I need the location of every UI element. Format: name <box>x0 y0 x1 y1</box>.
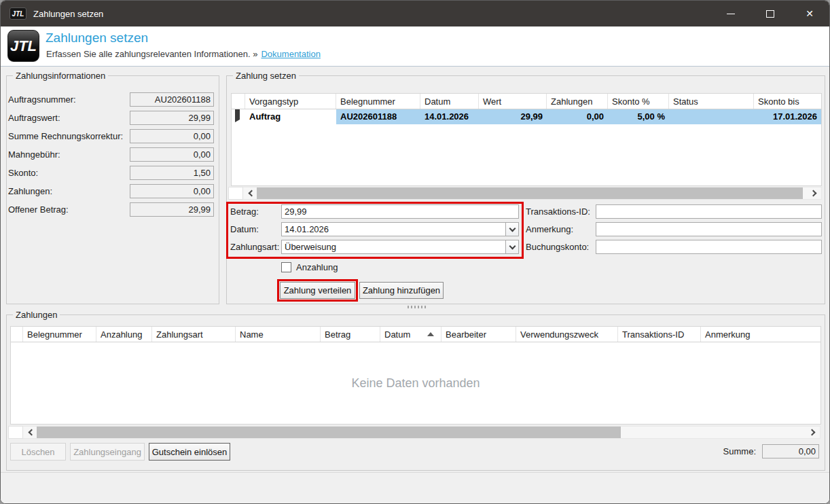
header-verwendungszweck[interactable]: Verwendungszweck <box>516 327 618 342</box>
header-zahlungsart[interactable]: Zahlungsart <box>152 327 236 342</box>
scrollbar-thumb[interactable] <box>257 187 803 199</box>
offener-betrag-field <box>130 202 214 217</box>
header-zahlungen[interactable]: Zahlungen <box>547 94 608 109</box>
header-belegnummer[interactable]: Belegnummer <box>23 327 96 342</box>
scrollbar-thumb[interactable] <box>37 427 621 438</box>
payment-info-group-label: Zahlungsinformationen <box>13 71 108 81</box>
payment-info-rows: Auftragsnummer: Auftragswert: Summe Rech… <box>7 76 219 217</box>
order-row-selected[interactable]: Auftrag AU202601188 14.01.2026 29,99 0,0… <box>232 109 821 124</box>
scrollbar-corner <box>8 426 23 439</box>
header-wert[interactable]: Wert <box>479 94 547 109</box>
header-betrag[interactable]: Betrag <box>321 327 380 342</box>
datum-combobox-value: 14.01.2026 <box>282 224 505 234</box>
scrollbar-track[interactable] <box>243 187 822 200</box>
header-datum[interactable]: Datum <box>420 94 479 109</box>
payments-group-label: Zahlungen <box>13 310 60 320</box>
field-label: Mahngebühr: <box>8 149 60 160</box>
anzahlung-checkbox-label: Anzahlung <box>296 262 338 272</box>
scroll-left-button[interactable] <box>23 427 37 438</box>
close-button[interactable]: ✕ <box>790 1 829 26</box>
zahlungsart-label: Zahlungsart: <box>230 242 281 252</box>
payment-info-group: Zahlungsinformationen Auftragsnummer: Au… <box>6 75 219 304</box>
sort-asc-icon <box>427 332 434 336</box>
zahlung-verteilen-button[interactable]: Zahlung verteilen <box>280 282 355 299</box>
auftragswert-field <box>130 111 214 125</box>
summe-label: Summe: <box>723 446 756 456</box>
chevron-down-icon <box>509 225 516 232</box>
anmerkung-label: Anmerkung: <box>526 224 596 234</box>
datum-combobox[interactable]: 14.01.2026 <box>281 222 519 236</box>
header-anzahlung[interactable]: Anzahlung <box>96 327 152 342</box>
header-transaktions-id[interactable]: Transaktions-ID <box>618 327 701 342</box>
header-anmerkung[interactable]: Anmerkung <box>701 327 820 342</box>
info-row-mahngebuehr: Mahngebühr: <box>8 147 214 162</box>
info-row-rechnungskorrektur: Summe Rechnungskorrektur: <box>8 129 214 143</box>
info-row-offener-betrag: Offener Betrag: <box>8 202 214 217</box>
set-payment-group-label: Zahlung setzen <box>233 71 299 81</box>
header-skonto-bis[interactable]: Skonto bis <box>754 94 821 109</box>
row-indicator-icon <box>235 109 240 122</box>
orders-table: Vorgangstyp Belegnummer Datum Wert Zahlu… <box>231 93 822 186</box>
cell-skonto-bis: 17.01.2026 <box>754 109 821 124</box>
betrag-label: Betrag: <box>230 206 281 217</box>
zahlung-hinzufuegen-button[interactable]: Zahlung hinzufügen <box>359 282 444 299</box>
header-indicator <box>11 327 23 342</box>
scroll-left-icon <box>248 190 255 197</box>
dialog-footer: Zahlungseingang jetzt Per E-Mail bestäti… <box>1 472 829 504</box>
datum-dropdown-button[interactable] <box>505 223 518 236</box>
maximize-button[interactable] <box>751 1 790 26</box>
page-header: JTL Zahlungen setzen Erfassen Sie alle z… <box>1 26 829 67</box>
header-skonto-pct[interactable]: Skonto % <box>608 94 669 109</box>
auftragsnummer-field <box>130 92 214 107</box>
buchungskonto-label: Buchungskonto: <box>526 242 596 252</box>
orders-hscrollbar <box>228 187 822 200</box>
window-title: Zahlungen setzen <box>33 9 103 19</box>
header-bearbeiter[interactable]: Bearbeiter <box>441 327 516 342</box>
anzahlung-checkbox[interactable] <box>281 262 291 272</box>
close-icon: ✕ <box>806 8 814 19</box>
info-row-zahlungen: Zahlungen: <box>8 184 214 198</box>
anmerkung-input[interactable] <box>596 222 822 236</box>
cell-datum: 14.01.2026 <box>420 109 479 124</box>
zahlungsart-dropdown-button[interactable] <box>505 240 518 253</box>
cell-wert: 29,99 <box>479 109 547 124</box>
header-vorgangstyp[interactable]: Vorgangstyp <box>245 94 336 109</box>
cell-belegnummer: AU202601188 <box>336 109 420 124</box>
transaktions-id-input[interactable] <box>596 204 822 219</box>
scrollbar-track[interactable] <box>23 426 820 439</box>
scroll-left-icon <box>28 429 35 436</box>
header-status[interactable]: Status <box>669 94 754 109</box>
field-label: Skonto: <box>8 168 38 178</box>
jtl-app-icon: JTL <box>10 7 26 20</box>
buchungskonto-input[interactable] <box>596 240 822 254</box>
header-name[interactable]: Name <box>236 327 321 342</box>
header-datum-label: Datum <box>384 329 410 340</box>
header-datum-sorted[interactable]: Datum <box>380 327 441 342</box>
set-payment-group: Zahlung setzen Vorgangstyp Belegnummer D… <box>226 75 825 304</box>
scroll-right-button[interactable] <box>806 427 820 438</box>
splitter-grip[interactable] <box>408 306 426 308</box>
datum-label: Datum: <box>230 224 281 234</box>
gutschein-einloesen-button[interactable]: Gutschein einlösen <box>149 443 230 461</box>
payments-table: Belegnummer Anzahlung Zahlungsart Name B… <box>10 326 821 425</box>
scrollbar-corner <box>228 187 243 200</box>
scroll-right-button[interactable] <box>808 187 821 199</box>
field-label: Zahlungen: <box>8 186 52 196</box>
empty-state-text: Keine Daten vorhanden <box>351 376 480 391</box>
orders-table-header: Vorgangstyp Belegnummer Datum Wert Zahlu… <box>232 94 821 109</box>
zahlungseingang-button: Zahlungseingang <box>70 443 145 461</box>
zahlungsart-combobox[interactable]: Überweisung <box>281 240 519 254</box>
scroll-left-button[interactable] <box>243 187 257 199</box>
minimize-button[interactable] <box>711 1 751 26</box>
transaktions-id-row: Transaktions-ID: <box>526 204 822 219</box>
info-row-auftragsnummer: Auftragsnummer: <box>8 92 214 107</box>
betrag-input[interactable] <box>281 204 519 219</box>
header-indicator <box>232 94 245 109</box>
scrollbar-track-rest[interactable] <box>621 427 806 438</box>
info-row-skonto: Skonto: <box>8 166 214 180</box>
summe-row: Summe: <box>723 444 819 458</box>
chevron-down-icon <box>509 242 516 249</box>
header-belegnummer[interactable]: Belegnummer <box>336 94 420 109</box>
documentation-link[interactable]: Dokumentation <box>261 49 320 59</box>
page-title: Zahlungen setzen <box>46 31 148 46</box>
